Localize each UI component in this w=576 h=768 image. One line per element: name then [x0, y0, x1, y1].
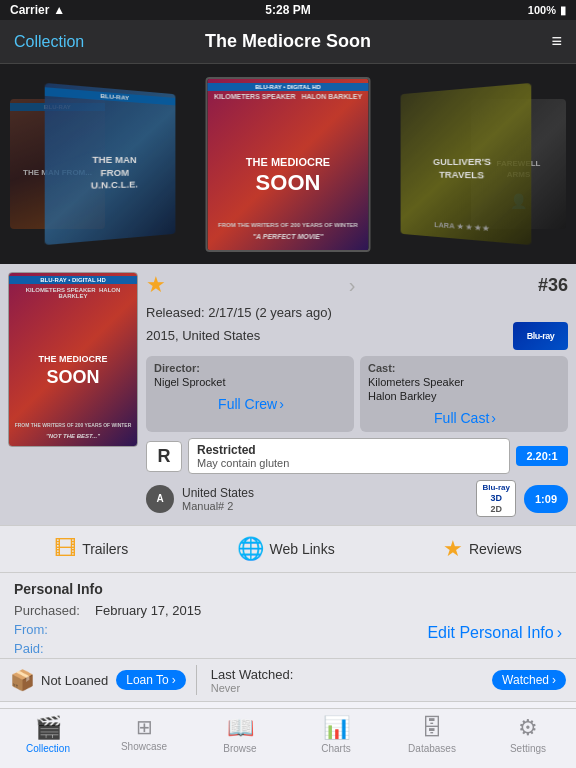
movie-poster[interactable]: BLU-RAY • DIGITAL HD KILOMETERS SPEAKER …: [8, 272, 138, 447]
trailers-button[interactable]: 🎞 Trailers: [54, 536, 128, 562]
crew-box: Director: Nigel Sprocket Full Crew ›: [146, 356, 354, 432]
personal-info-title: Personal Info: [14, 581, 562, 597]
favorite-star[interactable]: ★: [146, 272, 166, 298]
carousel-item-center[interactable]: BLU-RAY • DIGITAL HD KILOMETERS SPEAKER …: [206, 77, 371, 252]
rank-number: #36: [538, 275, 568, 296]
status-time: 5:28 PM: [265, 3, 310, 17]
cover-center: BLU-RAY • DIGITAL HD KILOMETERS SPEAKER …: [208, 79, 369, 250]
charts-label: Charts: [321, 743, 350, 754]
battery-text: 100%: [528, 4, 556, 16]
rating-title: Restricted: [197, 443, 501, 457]
top-row: ★ › #36: [146, 272, 568, 298]
reviews-button[interactable]: ★ Reviews: [443, 536, 522, 562]
tab-collection[interactable]: 🎬 Collection: [18, 715, 78, 754]
cover-title-right: GULLIVER'STRAVELS: [429, 152, 496, 187]
bluray-badge: Blu-ray: [513, 322, 568, 350]
paid-row: Paid:: [14, 639, 95, 658]
tab-browse[interactable]: 📖 Browse: [210, 715, 270, 754]
tab-settings[interactable]: ⚙ Settings: [498, 715, 558, 754]
runtime-badge: 1:09: [524, 485, 568, 513]
purchased-value: February 17, 2015: [95, 603, 201, 618]
loan-icon: 📦: [10, 668, 35, 692]
crew-chevron: ›: [279, 396, 284, 412]
format-line1: Blu-ray: [482, 483, 510, 493]
cover-tagline: FROM THE WRITERS OF 200 YEARS OF WINTER: [218, 222, 358, 228]
country-details: United States Manual# 2: [182, 486, 468, 512]
charts-icon: 📊: [323, 715, 350, 741]
showcase-icon: ⊞: [136, 715, 153, 739]
battery-icon: ▮: [560, 4, 566, 17]
from-paid-rows: From: Paid:: [14, 620, 95, 658]
trailers-icon: 🎞: [54, 536, 76, 562]
cast-value-2: Halon Barkley: [368, 390, 560, 402]
crew-cast-row: Director: Nigel Sprocket Full Crew › Cas…: [146, 356, 568, 432]
back-button[interactable]: Collection: [14, 33, 84, 51]
edit-personal-button[interactable]: Edit Personal Info ›: [424, 620, 562, 646]
last-watched-label: Last Watched:: [211, 667, 294, 682]
showcase-label: Showcase: [121, 741, 167, 752]
menu-icon[interactable]: ≡: [551, 31, 562, 52]
rating-row: R Restricted May contain gluten 2.20:1: [146, 438, 568, 474]
bluray-logo: Blu-ray: [513, 322, 568, 350]
action-row: 🎞 Trailers 🌐 Web Links ★ Reviews: [0, 525, 576, 573]
status-left: Carrier ▲: [10, 3, 65, 17]
watched-label: Watched: [502, 673, 549, 687]
cast-label: Cast:: [368, 362, 560, 374]
purchased-row: Purchased: February 17, 2015: [14, 601, 562, 620]
collection-label: Collection: [26, 743, 70, 754]
tab-bar: 🎬 Collection ⊞ Showcase 📖 Browse 📊 Chart…: [0, 708, 576, 768]
loan-to-chevron: ›: [172, 673, 176, 687]
edit-chevron: ›: [557, 624, 562, 642]
status-right: 100% ▮: [528, 4, 566, 17]
loan-to-button[interactable]: Loan To ›: [116, 670, 186, 690]
loan-status: Not Loaned: [41, 673, 108, 688]
weblinks-label: Web Links: [270, 541, 335, 557]
cover-title-center: THE MEDIOCRESOON: [242, 155, 334, 198]
cover-badge-left: BLU-RAY: [45, 87, 176, 105]
cast-box: Cast: Kilometers Speaker Halon Barkley F…: [360, 356, 568, 432]
collection-icon: 🎬: [35, 715, 62, 741]
runtime-text: 1:09: [535, 493, 557, 505]
cover-badge-center: BLU-RAY • DIGITAL HD: [208, 83, 369, 91]
movie-carousel: BLU-RAY THE MAN FROM... BLU-RAY THE MANF…: [0, 64, 576, 264]
watched-button[interactable]: Watched ›: [492, 670, 566, 690]
watched-chevron: ›: [552, 673, 556, 687]
cover-authors-center: KILOMETERS SPEAKER HALON BARKLEY: [210, 93, 366, 100]
carrier-text: Carrier: [10, 3, 49, 17]
rating-letter: R: [146, 441, 182, 472]
format-badge: Blu-ray 3D 2D: [476, 480, 516, 517]
web-links-button[interactable]: 🌐 Web Links: [237, 536, 335, 562]
full-cast-link[interactable]: Full Cast ›: [368, 410, 560, 426]
cover-sub-right: LARA ★ ★ ★ ★: [434, 221, 489, 233]
format-line2: 3D: [482, 493, 510, 504]
cover-quote: "A PERFECT MOVIE": [253, 233, 324, 240]
chevron-icon[interactable]: ›: [349, 274, 356, 297]
rating-subtitle: May contain gluten: [197, 457, 501, 469]
browse-label: Browse: [223, 743, 256, 754]
country-row: A United States Manual# 2 Blu-ray 3D 2D …: [146, 480, 568, 517]
settings-label: Settings: [510, 743, 546, 754]
wifi-icon: ▲: [53, 3, 65, 17]
poster-title: THE MEDIOCRESOON: [34, 354, 111, 389]
cover-right: GULLIVER'STRAVELS LARA ★ ★ ★ ★: [401, 83, 532, 245]
details-section: BLU-RAY • DIGITAL HD KILOMETERS SPEAKER …: [0, 264, 576, 525]
release-info: Released: 2/17/15 (2 years ago) 2015, Un…: [146, 304, 568, 350]
reviews-label: Reviews: [469, 541, 522, 557]
country-a: A: [156, 493, 163, 504]
tab-charts[interactable]: 📊 Charts: [306, 715, 366, 754]
carousel-inner: BLU-RAY THE MAN FROM... BLU-RAY THE MANF…: [0, 64, 576, 264]
purchased-label: Purchased:: [14, 603, 89, 618]
status-bar: Carrier ▲ 5:28 PM 100% ▮: [0, 0, 576, 20]
personal-info-section: Personal Info Purchased: February 17, 20…: [0, 573, 576, 658]
carousel-item-right[interactable]: GULLIVER'STRAVELS LARA ★ ★ ★ ★: [401, 83, 532, 245]
settings-icon: ⚙: [518, 715, 538, 741]
tab-showcase[interactable]: ⊞ Showcase: [114, 715, 174, 752]
tab-databases[interactable]: 🗄 Databases: [402, 715, 462, 754]
weblinks-icon: 🌐: [237, 536, 264, 562]
cast-value-1: Kilometers Speaker: [368, 376, 560, 388]
full-crew-link[interactable]: Full Crew ›: [154, 396, 346, 412]
carousel-item-left[interactable]: BLU-RAY THE MANFROMU.N.C.L.E.: [45, 83, 176, 245]
poster-authors: KILOMETERS SPEAKER HALON BARKLEY: [9, 287, 137, 299]
databases-label: Databases: [408, 743, 456, 754]
director-label: Director:: [154, 362, 346, 374]
